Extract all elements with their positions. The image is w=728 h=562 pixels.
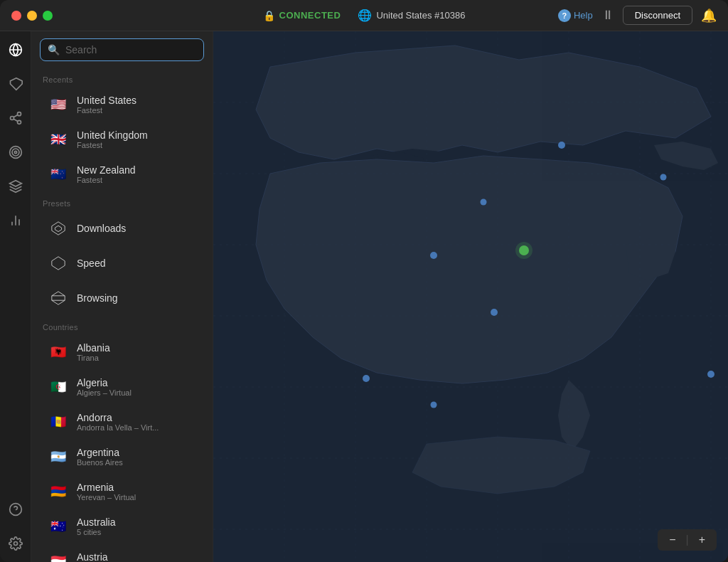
recents-label: Recents bbox=[31, 68, 213, 87]
country-sub-armenia: Yerevan – Virtual bbox=[77, 493, 136, 502]
svg-marker-18 bbox=[52, 222, 65, 235]
main-layout: 🔍 Recents 🇺🇸 United States Fastest 🇬🇧 Un… bbox=[0, 31, 728, 562]
svg-point-43 bbox=[363, 375, 370, 382]
recent-item-us[interactable]: 🇺🇸 United States Fastest bbox=[36, 88, 208, 122]
country-item-argentina[interactable]: 🇦🇷 Argentina Buenos Aires bbox=[36, 440, 208, 474]
country-name-nz: New Zealand bbox=[77, 164, 136, 176]
sidebar-item-shield[interactable] bbox=[6, 74, 26, 94]
svg-point-41 bbox=[430, 252, 437, 259]
item-text-us: United States Fastest bbox=[77, 95, 136, 115]
country-sub-nz: Fastest bbox=[77, 176, 136, 184]
server-info[interactable]: 🌐 United States #10386 bbox=[358, 9, 465, 22]
svg-point-9 bbox=[12, 149, 19, 156]
settings-pause-icon[interactable]: ⏸ bbox=[601, 8, 614, 23]
map-area[interactable]: − | + bbox=[213, 31, 728, 562]
notification-icon[interactable]: 🔔 bbox=[701, 8, 717, 23]
item-text-uk: United Kingdom Fastest bbox=[77, 129, 148, 149]
search-icon: 🔍 bbox=[48, 44, 60, 55]
flag-armenia: 🇦🇲 bbox=[47, 480, 70, 503]
flag-australia: 🇦🇺 bbox=[47, 515, 70, 538]
country-name-albania: Albania bbox=[77, 342, 110, 354]
settings-icon[interactable] bbox=[6, 534, 26, 553]
preset-name-speed: Speed bbox=[77, 258, 105, 269]
search-container: 🔍 bbox=[31, 31, 213, 68]
svg-line-6 bbox=[14, 119, 18, 121]
country-item-armenia[interactable]: 🇦🇲 Armenia Yerevan – Virtual bbox=[36, 474, 208, 509]
country-item-australia[interactable]: 🇦🇺 Australia 5 cities bbox=[36, 509, 208, 544]
sidebar-panel: 🔍 Recents 🇺🇸 United States Fastest 🇬🇧 Un… bbox=[31, 31, 213, 562]
server-name: United States #10386 bbox=[376, 10, 465, 21]
search-input[interactable] bbox=[65, 44, 196, 55]
item-text-nz: New Zealand Fastest bbox=[77, 164, 136, 184]
svg-line-7 bbox=[14, 115, 18, 117]
sidebar-item-globe[interactable] bbox=[6, 40, 26, 60]
help-icon[interactable] bbox=[6, 499, 26, 519]
country-item-austria[interactable]: 🇦🇹 Austria Vienna bbox=[36, 544, 208, 562]
country-sub-albania: Tirana bbox=[77, 354, 110, 362]
country-name-algeria: Algeria bbox=[77, 377, 132, 388]
sidebar-item-stats[interactable] bbox=[6, 211, 26, 230]
country-sub-algeria: Algiers – Virtual bbox=[77, 388, 132, 397]
close-button[interactable] bbox=[11, 11, 21, 21]
zoom-plus-button[interactable]: + bbox=[695, 532, 710, 548]
minimize-button[interactable] bbox=[27, 11, 37, 21]
item-text-browsing: Browsing bbox=[77, 292, 118, 304]
flag-us: 🇺🇸 bbox=[47, 93, 70, 116]
icon-rail bbox=[0, 31, 31, 562]
svg-marker-21 bbox=[52, 292, 65, 304]
country-sub-us: Fastest bbox=[77, 106, 136, 115]
connected-label: CONNECTED bbox=[279, 10, 341, 21]
browsing-icon bbox=[47, 287, 70, 309]
country-item-andorra[interactable]: 🇦🇩 Andorra Andorra la Vella – Virt... bbox=[36, 405, 208, 439]
downloads-icon bbox=[47, 217, 70, 240]
sidebar-item-network[interactable] bbox=[6, 108, 26, 128]
item-text-albania: Albania Tirana bbox=[77, 342, 110, 362]
titlebar: 🔒 CONNECTED 🌐 United States #10386 ? Hel… bbox=[0, 0, 728, 31]
item-text-downloads: Downloads bbox=[77, 223, 126, 234]
svg-point-39 bbox=[558, 142, 565, 149]
country-item-algeria[interactable]: 🇩🇿 Algeria Algiers – Virtual bbox=[36, 370, 208, 404]
item-text-speed: Speed bbox=[77, 258, 105, 269]
item-text-austria: Austria Vienna bbox=[77, 551, 108, 562]
svg-point-3 bbox=[17, 112, 21, 116]
recent-item-uk[interactable]: 🇬🇧 United Kingdom Fastest bbox=[36, 122, 208, 157]
country-sub-argentina: Buenos Aires bbox=[77, 458, 123, 467]
item-text-armenia: Armenia Yerevan – Virtual bbox=[77, 482, 136, 502]
item-text-argentina: Argentina Buenos Aires bbox=[77, 447, 123, 467]
sidebar-item-layers[interactable] bbox=[6, 176, 26, 196]
flag-algeria: 🇩🇿 bbox=[47, 376, 70, 398]
svg-marker-20 bbox=[52, 257, 65, 270]
speed-icon bbox=[47, 252, 70, 275]
item-text-australia: Australia 5 cities bbox=[77, 516, 115, 536]
preset-speed[interactable]: Speed bbox=[36, 246, 208, 280]
help-button[interactable]: ? Help bbox=[558, 9, 593, 22]
recent-item-nz[interactable]: 🇳🇿 New Zealand Fastest bbox=[36, 157, 208, 191]
disconnect-button[interactable]: Disconnect bbox=[623, 6, 692, 25]
country-name-andorra: Andorra bbox=[77, 412, 159, 423]
preset-name-downloads: Downloads bbox=[77, 223, 126, 234]
connected-status: 🔒 CONNECTED bbox=[263, 10, 341, 21]
zoom-controls: − | + bbox=[658, 529, 717, 551]
svg-point-17 bbox=[14, 542, 17, 546]
maximize-button[interactable] bbox=[43, 11, 53, 21]
flag-nz: 🇳🇿 bbox=[47, 163, 70, 186]
zoom-separator: | bbox=[686, 534, 689, 546]
country-item-albania[interactable]: 🇦🇱 Albania Tirana bbox=[36, 335, 208, 369]
svg-marker-19 bbox=[55, 226, 61, 231]
search-input-wrap[interactable]: 🔍 bbox=[40, 38, 204, 61]
titlebar-right: ? Help ⏸ Disconnect 🔔 bbox=[558, 6, 717, 25]
svg-marker-2 bbox=[10, 78, 22, 90]
zoom-minus-button[interactable]: − bbox=[665, 532, 680, 548]
sidebar-item-target[interactable] bbox=[6, 142, 26, 162]
country-sub-andorra: Andorra la Vella – Virt... bbox=[77, 423, 159, 432]
country-name-australia: Australia bbox=[77, 516, 115, 528]
svg-point-42 bbox=[491, 309, 498, 316]
country-sub-australia: 5 cities bbox=[77, 528, 115, 536]
preset-downloads[interactable]: Downloads bbox=[36, 211, 208, 245]
svg-point-10 bbox=[14, 151, 16, 153]
flag-austria: 🇦🇹 bbox=[47, 550, 70, 562]
svg-point-5 bbox=[17, 120, 21, 124]
item-text-andorra: Andorra Andorra la Vella – Virt... bbox=[77, 412, 159, 432]
flag-argentina: 🇦🇷 bbox=[47, 445, 70, 468]
preset-browsing[interactable]: Browsing bbox=[36, 281, 208, 315]
